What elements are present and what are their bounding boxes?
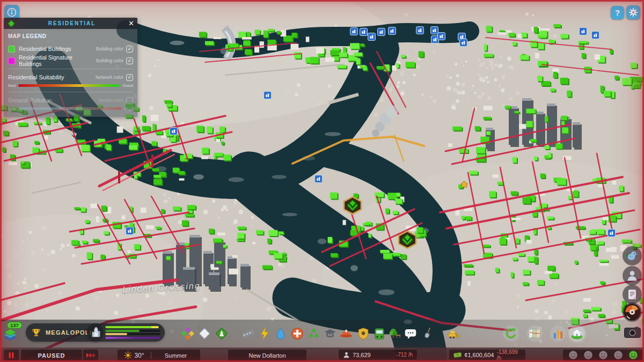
statistics-tool-button[interactable] xyxy=(550,326,566,342)
vegetation-tool-button[interactable] xyxy=(214,326,230,342)
infoview-tool-button[interactable] xyxy=(526,326,543,342)
trophy-icon xyxy=(31,327,42,338)
building-levelup-marker[interactable] xyxy=(416,26,424,34)
progress-bar xyxy=(105,333,160,335)
zone-hex-badge[interactable] xyxy=(342,196,363,215)
photo-mode-button[interactable] xyxy=(624,327,641,338)
legend-item: Residential BuildingsBuilding color✓ xyxy=(8,43,133,55)
status-bar: PAUSED 30° xyxy=(0,348,644,362)
radio-button[interactable] xyxy=(623,302,642,322)
building-levelup-marker[interactable] xyxy=(360,28,368,36)
roads-tool-button[interactable] xyxy=(240,326,256,342)
police-tool-button[interactable] xyxy=(355,326,371,342)
health-tool-button[interactable] xyxy=(289,326,305,342)
transport-tool-button[interactable] xyxy=(371,326,387,342)
happiness-widget[interactable] xyxy=(562,349,644,361)
legend-section-title: MAP LEGEND xyxy=(8,33,133,39)
legend-checkbox[interactable]: ✓ xyxy=(126,74,133,81)
progress-bar xyxy=(105,330,160,332)
info-icon xyxy=(6,6,18,18)
garbage-tool-button[interactable] xyxy=(306,326,322,342)
legend-item-label: Residential Signature Buildings xyxy=(19,54,96,67)
legend-checkbox[interactable]: ✓ xyxy=(126,57,133,64)
happiness-face-smile[interactable] xyxy=(628,350,638,361)
building-levelup-marker[interactable] xyxy=(579,27,587,35)
population-widget[interactable]: 73,629 -712 /h xyxy=(338,349,418,360)
milestone-level-badge[interactable]: 137 xyxy=(7,322,22,329)
progress-bar xyxy=(105,337,160,339)
citizen-info-button[interactable] xyxy=(623,266,642,285)
panel-title: RESIDENTIAL xyxy=(16,20,128,26)
map-legend: MAP LEGEND Residential BuildingsBuilding… xyxy=(4,29,137,117)
building-levelup-marker[interactable] xyxy=(377,28,385,36)
journal-button[interactable] xyxy=(623,285,642,304)
building-levelup-marker[interactable] xyxy=(437,32,445,40)
building-levelup-marker[interactable] xyxy=(126,227,134,235)
gear-icon xyxy=(628,7,639,18)
happiness-face-frown[interactable] xyxy=(568,350,578,361)
communications-tool-button[interactable] xyxy=(402,326,419,342)
development-progress-pill[interactable] xyxy=(87,323,165,342)
legend-checkbox[interactable] xyxy=(126,97,133,104)
legend-type-label: Building color xyxy=(96,46,123,51)
building-levelup-marker[interactable] xyxy=(170,127,178,135)
happiness-face-slight-smile[interactable] xyxy=(613,350,623,361)
legend-color-swatch xyxy=(8,57,15,64)
pause-icon xyxy=(8,352,14,359)
building-levelup-marker[interactable] xyxy=(350,27,358,35)
residential-diamond-icon xyxy=(7,19,16,28)
landscaping-tool-button[interactable] xyxy=(420,326,436,342)
building-levelup-marker[interactable] xyxy=(591,31,599,39)
settings-button[interactable] xyxy=(626,5,640,19)
building-levelup-marker[interactable] xyxy=(264,91,272,99)
legend-gradient-label: Residential Suitability xyxy=(8,74,96,80)
money-value: ¢1,600,604 xyxy=(464,352,494,358)
legend-checkbox[interactable]: ✓ xyxy=(126,46,133,53)
building-levelup-marker[interactable] xyxy=(608,229,616,237)
gradient-bar xyxy=(18,84,120,87)
fast-forward-icon xyxy=(86,352,96,359)
money-widget[interactable]: ¢1,600,604 -138,699 /h xyxy=(449,349,526,360)
gradient-max-label: Good xyxy=(122,83,133,88)
progression-tool-button[interactable] xyxy=(503,326,519,342)
education-tool-button[interactable] xyxy=(322,326,338,342)
areas-tool-button[interactable] xyxy=(196,326,213,342)
building-levelup-marker[interactable] xyxy=(388,27,396,35)
water-tool-button[interactable] xyxy=(273,326,289,342)
building-levelup-marker[interactable] xyxy=(459,39,467,47)
speed-fast-forward-button[interactable] xyxy=(83,349,99,361)
simulation-state-label: PAUSED xyxy=(20,349,83,361)
building-levelup-marker[interactable] xyxy=(314,175,323,183)
population-value: 73,629 xyxy=(353,352,371,358)
legend-type-label: Building color xyxy=(96,58,123,63)
city-name-button[interactable]: New Dollarton xyxy=(228,349,307,361)
bulldozer-tool-button[interactable] xyxy=(446,326,462,342)
residential-info-tool-button[interactable] xyxy=(569,326,585,342)
pause-button[interactable] xyxy=(3,349,19,361)
electricity-tool-button[interactable] xyxy=(257,326,273,342)
gradient-max-label: High xyxy=(125,106,133,111)
residential-infoview-panel: RESIDENTIAL ✕ MAP LEGEND Residential Bui… xyxy=(4,18,137,117)
temperature-value: 30° xyxy=(134,352,144,359)
happiness-face-slight-frown[interactable] xyxy=(583,350,593,361)
zoning-tool-button[interactable] xyxy=(180,326,196,342)
city-progress-icon xyxy=(90,326,102,339)
building-levelup-marker[interactable] xyxy=(368,33,376,41)
help-button[interactable]: ? xyxy=(611,6,624,19)
money-icon xyxy=(453,351,462,359)
legend-item: Residential Signature BuildingsBuilding … xyxy=(8,55,133,67)
season-label: Summer xyxy=(151,352,200,359)
chirper-button[interactable] xyxy=(623,246,642,265)
parks-tool-button[interactable] xyxy=(387,326,403,342)
fire-tool-button[interactable] xyxy=(338,326,354,342)
gradient-bar xyxy=(19,107,122,110)
happiness-face-neutral[interactable] xyxy=(598,350,608,361)
close-icon[interactable]: ✕ xyxy=(128,20,134,27)
house-marker[interactable] xyxy=(460,180,468,187)
weather-widget[interactable]: 30° Summer xyxy=(117,349,201,361)
legend-gradient-block: Residential SuitabilityNetwork color✓Bad… xyxy=(8,71,133,90)
legend-type-label: Terrain color xyxy=(98,98,123,103)
zone-hex-badge[interactable] xyxy=(397,231,418,249)
milestone-icon[interactable] xyxy=(2,327,18,344)
legend-item-label: Residential Buildings xyxy=(19,46,96,52)
